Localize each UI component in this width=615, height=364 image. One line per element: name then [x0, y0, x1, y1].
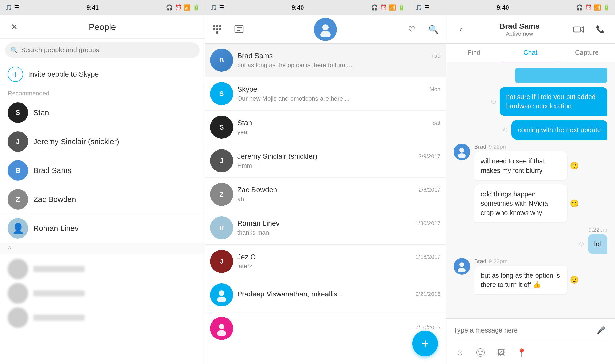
- message-sent-block-top: [454, 68, 607, 83]
- compose-icon[interactable]: [232, 22, 246, 36]
- chat-info: Roman Linev1/30/2017thanks man: [237, 219, 440, 236]
- fab-button[interactable]: +: [412, 331, 438, 356]
- sticker-toolbar-icon[interactable]: [474, 346, 487, 359]
- msg-text-hardware: not sure if I told you but added hardwar…: [506, 93, 596, 110]
- chat-list-item[interactable]: BBrad SamsTuebut as long as the option i…: [205, 44, 446, 77]
- chat-list-date: Mon: [429, 86, 440, 93]
- tab-capture[interactable]: Capture: [559, 44, 615, 62]
- chat-info: Zac Bowden2/6/2017ah: [237, 186, 440, 203]
- chat-header: ‹ Brad Sams Active now 📞: [446, 15, 615, 44]
- contact-item-brad[interactable]: B Brad Sams: [0, 156, 205, 185]
- chatlist-wrapper: BBrad SamsTuebut as long as the option i…: [205, 44, 446, 364]
- chat-list-item[interactable]: ZZac Bowden2/6/2017ah: [205, 178, 446, 211]
- chat-list-item[interactable]: Pradeep Viswanathan, mkeallis...9/21/201…: [205, 278, 446, 312]
- invite-row[interactable]: + Invite people to Skype: [0, 61, 205, 87]
- user-avatar-center[interactable]: [314, 18, 337, 41]
- avatar-jeremy: J: [8, 131, 28, 152]
- avatar-zac: Z: [8, 189, 28, 210]
- blurred-item-2: [8, 283, 197, 304]
- contact-item-stan[interactable]: S Stan: [0, 98, 205, 127]
- chat-list-name: Roman Linev: [237, 219, 280, 228]
- chatlist-panel: ♡ 🔍 BBrad SamsTuebut as long as the opti…: [205, 15, 446, 364]
- chat-list-preview: Hmm: [237, 162, 440, 169]
- chat-list-name: Jeremy Sinclair (snickler): [237, 152, 317, 160]
- message-input-row: 🎤: [454, 324, 607, 341]
- dialpad-icon[interactable]: [210, 22, 224, 36]
- chat-list-preview: ah: [237, 196, 440, 203]
- mic-button[interactable]: 🎤: [594, 324, 607, 337]
- msg-bubble-hardware: not sure if I told you but added hardwar…: [500, 87, 607, 116]
- chat-tabs: Find Chat Capture: [446, 44, 615, 62]
- msg-bubble-lol: lol: [588, 234, 607, 254]
- video-call-icon[interactable]: [571, 22, 586, 36]
- chat-info: SkypeMonOur new Mojis and emoticons are …: [237, 85, 440, 102]
- status-icons-left-1: 🎵☰: [5, 4, 19, 11]
- message-input[interactable]: [454, 326, 590, 334]
- chat-list-avatar: J: [210, 149, 233, 172]
- close-button[interactable]: ✕: [8, 20, 20, 33]
- svg-point-16: [217, 330, 226, 336]
- msg-sender-2: Brad: [474, 258, 486, 265]
- contact-item-roman[interactable]: 👤 Roman Linev: [0, 214, 205, 243]
- search-chat-icon[interactable]: 🔍: [426, 22, 440, 36]
- chat-list-item[interactable]: JJez C1/18/2017laterz: [205, 245, 446, 278]
- blurred-text-1: [33, 266, 85, 272]
- chat-list-avatar: Z: [210, 183, 233, 206]
- chat-list-item[interactable]: SStanSatyea: [205, 111, 446, 144]
- msg-time-2: 9:22pm: [489, 258, 507, 265]
- svg-point-19: [458, 153, 466, 158]
- status-icons-right-2: 🎧⏰📶🔋: [371, 4, 405, 11]
- contact-name-zac: Zac Bowden: [33, 195, 76, 204]
- msg-meta-1: Brad 9:22pm: [474, 144, 607, 150]
- message-sent-hardware: ☺ not sure if I told you but added hardw…: [454, 87, 607, 116]
- message-sent-lol-wrapper: 9:22pm ☺ lol: [454, 227, 607, 254]
- svg-point-11: [322, 24, 329, 30]
- chat-info: Pradeep Viswanathan, mkeallis...9/21/201…: [237, 290, 440, 300]
- msg-text-update: coming with the next update: [518, 126, 601, 134]
- msg-bubble-update: coming with the next update: [511, 120, 607, 140]
- heart-icon[interactable]: ♡: [405, 22, 419, 36]
- svg-rect-17: [574, 27, 580, 32]
- emoji-react-btn-1[interactable]: ☺: [490, 97, 497, 105]
- avatar-stan: S: [8, 102, 28, 123]
- image-toolbar-icon[interactable]: 🖼: [495, 346, 507, 359]
- msg-text-option: but as long as the option is there to tu…: [481, 272, 560, 288]
- svg-point-20: [459, 262, 464, 267]
- location-toolbar-icon[interactable]: 📍: [515, 346, 528, 359]
- chat-list-item[interactable]: RRoman Linev1/30/2017thanks man: [205, 211, 446, 245]
- sent-placeholder: [515, 68, 607, 83]
- emoji-react-btn-3[interactable]: 🙂: [570, 162, 579, 170]
- chat-list-item[interactable]: JJeremy Sinclair (snickler)2/9/2017Hmm: [205, 144, 446, 178]
- chat-list-preview: Our new Mojis and emoticons are here ...: [237, 95, 440, 102]
- msg-received-wrapper-2: Brad 9:22pm but as long as the option is…: [474, 258, 607, 295]
- emoji-react-btn-2[interactable]: ☺: [502, 126, 509, 134]
- svg-rect-2: [219, 25, 221, 27]
- tab-chat[interactable]: Chat: [502, 44, 559, 62]
- chatlist-header: ♡ 🔍: [205, 15, 446, 44]
- chat-list-item[interactable]: 7/10/2016: [205, 312, 446, 345]
- emoji-react-btn-6[interactable]: 🙂: [570, 276, 579, 284]
- svg-rect-6: [216, 31, 218, 34]
- emoji-toolbar-icon[interactable]: ☺: [454, 346, 466, 359]
- chat-list-item[interactable]: SSkypeMonOur new Mojis and emoticons are…: [205, 77, 446, 111]
- svg-rect-1: [216, 25, 218, 27]
- emoji-react-btn-5[interactable]: ☺: [578, 240, 585, 248]
- contact-item-zac[interactable]: Z Zac Bowden: [0, 185, 205, 214]
- tab-find[interactable]: Find: [446, 44, 502, 62]
- svg-point-15: [219, 324, 224, 329]
- invite-plus-icon: +: [8, 67, 23, 82]
- search-input[interactable]: [21, 46, 194, 54]
- msg-bubble-nvidia: odd things happen sometimes with NVidia …: [474, 184, 567, 222]
- audio-call-icon[interactable]: 📞: [593, 22, 607, 36]
- msg-sender-1: Brad: [474, 144, 486, 150]
- msg-bubble-font: will need to see if that makes my font b…: [474, 151, 567, 180]
- chat-info: Brad SamsTuebut as long as the option is…: [237, 52, 440, 69]
- back-button[interactable]: ‹: [454, 22, 468, 36]
- chat-list-avatar: S: [210, 82, 233, 105]
- svg-point-12: [320, 31, 331, 37]
- search-bar[interactable]: 🔍: [5, 42, 200, 58]
- contact-item-jeremy[interactable]: J Jeremy Sinclair (snickler): [0, 127, 205, 156]
- chat-info: Jeremy Sinclair (snickler)2/9/2017Hmm: [237, 152, 440, 169]
- emoji-react-btn-4[interactable]: 🙂: [570, 199, 579, 208]
- search-icon: 🔍: [10, 47, 18, 54]
